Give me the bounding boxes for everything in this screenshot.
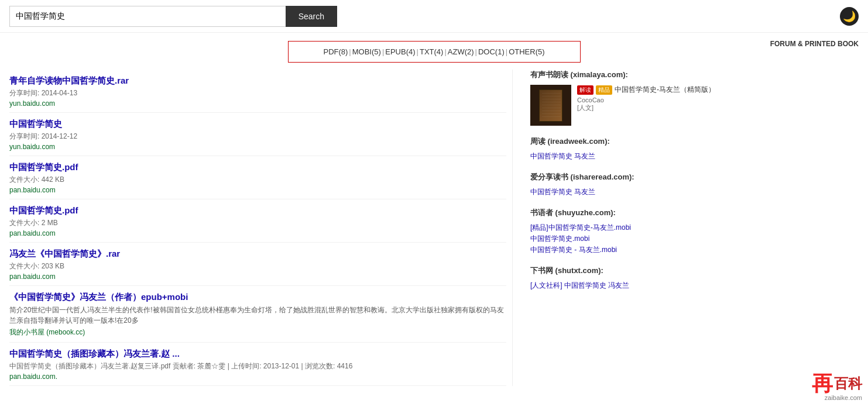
- sidebar-ishareread-section: 爱分享读书 (ishareread.com): 中国哲学简史 马友兰: [530, 172, 729, 197]
- result-title[interactable]: 中国哲学简史（插图珍藏本）冯友兰著.赵 ...: [9, 349, 506, 360]
- filter-mobi[interactable]: MOBI(5): [352, 47, 381, 56]
- ishareread-title: 爱分享读书 (ishareread.com):: [530, 172, 729, 182]
- watermark-url: zaibaike.com: [812, 394, 862, 401]
- result-item: 《中国哲学简史》冯友兰（作者）epub+mobi 简介20世纪中国一代哲人冯友兰…: [9, 286, 506, 343]
- ireadweek-item-0[interactable]: 中国哲学简史 马友兰: [530, 151, 729, 161]
- result-meta: 文件大小: 442 KB: [9, 175, 506, 185]
- night-mode-icon: 🌙: [843, 10, 856, 23]
- result-url[interactable]: pan.baidu.com: [9, 229, 506, 237]
- filter-bar: PDF(8) | MOBI(5) | EPUB(4) | TXT(4) | AZ…: [288, 41, 581, 63]
- shutxt-title: 下书网 (shutxt.com):: [530, 265, 729, 276]
- result-item: 中国哲学简史（插图珍藏本）冯友兰著.赵 ... 中国哲学简史（插图珍藏本）冯友兰…: [9, 343, 506, 386]
- results-column: 青年自学读物中国哲学简史.rar 分享时间: 2014-04-13 yun.ba…: [9, 70, 513, 386]
- search-input[interactable]: [9, 6, 286, 27]
- result-meta: 分享时间: 2014-12-12: [9, 132, 506, 142]
- audio-info: 解读精品中国哲学简史-马友兰（精简版） CocoCao [人文]: [577, 85, 715, 112]
- result-title[interactable]: 《中国哲学简史》冯友兰（作者）epub+mobi: [9, 292, 506, 303]
- result-meta: 文件大小: 2 MB: [9, 218, 506, 228]
- result-item: 青年自学读物中国哲学简史.rar 分享时间: 2014-04-13 yun.ba…: [9, 70, 506, 113]
- result-item: 中国哲学简史 分享时间: 2014-12-12 yun.baidu.com: [9, 113, 506, 156]
- ireadweek-title: 周读 (ireadweek.com):: [530, 136, 729, 147]
- search-button[interactable]: Search: [286, 6, 337, 27]
- audio-book-title: 解读精品中国哲学简史-马友兰（精简版）: [577, 85, 715, 95]
- sidebar-shuyuzhe-section: 书语者 (shuyuzhe.com): [精品]中国哲学简史-马友兰.mobi …: [530, 208, 729, 255]
- result-url[interactable]: pan.baidu.com: [9, 273, 506, 281]
- filter-txt[interactable]: TXT(4): [420, 47, 443, 56]
- sep-1: |: [348, 47, 352, 56]
- sep-2: |: [381, 47, 385, 56]
- sep-5: |: [474, 47, 478, 56]
- book-cover-image: [539, 89, 562, 122]
- sidebar-column: 有声书朗读 (ximalaya.com): 解读精品中国哲学简史-马友兰（精简版…: [524, 70, 729, 386]
- result-title[interactable]: 青年自学读物中国哲学简史.rar: [9, 75, 506, 87]
- audio-category: [人文]: [577, 104, 715, 112]
- result-item: 中国哲学简史.pdf 文件大小: 2 MB pan.baidu.com: [9, 199, 506, 243]
- shuyuzhe-item-1[interactable]: 中国哲学简史.mobi: [530, 234, 729, 244]
- sep-6: |: [505, 47, 509, 56]
- header-right: 🌙: [840, 7, 859, 26]
- search-bar: Search: [9, 6, 337, 27]
- filter-other[interactable]: OTHER(5): [509, 47, 544, 56]
- badge-jingpin: 精品: [596, 85, 612, 95]
- shuyuzhe-item-2[interactable]: 中国哲学简史 - 马友兰.mobi: [530, 245, 729, 255]
- result-title[interactable]: 中国哲学简史.pdf: [9, 205, 506, 216]
- result-url[interactable]: pan.baidu.com.: [9, 372, 506, 381]
- shuyuzhe-item-0[interactable]: [精品]中国哲学简史-马友兰.mobi: [530, 223, 729, 233]
- forum-link[interactable]: FORUM & PRINTED BOOK: [770, 40, 859, 48]
- result-title[interactable]: 中国哲学简史.pdf: [9, 162, 506, 173]
- ishareread-item-0[interactable]: 中国哲学简史 马友兰: [530, 187, 729, 197]
- result-meta: 分享时间: 2014-04-13: [9, 88, 506, 98]
- sidebar-shutxt-section: 下书网 (shutxt.com): [人文社科] 中国哲学简史 冯友兰: [530, 265, 729, 291]
- filter-azw[interactable]: AZW(2): [448, 47, 474, 56]
- header: Search 🌙: [0, 0, 868, 33]
- result-meta: 中国哲学简史（插图珍藏本）冯友兰著.赵复三译.pdf 贡献者: 茶麓☆雯 | 上…: [9, 361, 506, 371]
- badge-jiedu: 解读: [577, 85, 593, 95]
- audio-thumbnail[interactable]: [530, 85, 571, 126]
- filter-pdf[interactable]: PDF(8): [323, 47, 348, 56]
- sep-4: |: [443, 47, 447, 56]
- result-title[interactable]: 中国哲学简史: [9, 119, 506, 130]
- result-meta: 文件大小: 203 KB: [9, 261, 506, 271]
- main-layout: 青年自学读物中国哲学简史.rar 分享时间: 2014-04-13 yun.ba…: [0, 70, 868, 386]
- sep-3: |: [416, 47, 420, 56]
- result-item: 中国哲学简史.pdf 文件大小: 442 KB pan.baidu.com: [9, 156, 506, 199]
- audio-author: CocoCao: [577, 96, 715, 104]
- result-title[interactable]: 冯友兰《中国哲学简史》.rar: [9, 249, 506, 260]
- audio-card: 解读精品中国哲学简史-马友兰（精简版） CocoCao [人文]: [530, 85, 729, 126]
- result-url[interactable]: pan.baidu.com: [9, 186, 506, 194]
- result-desc: 简介20世纪中国一代哲人冯友兰半生的代表作!被韩国首位女总统朴槿惠奉为生命灯塔，…: [9, 305, 506, 326]
- night-mode-button[interactable]: 🌙: [840, 7, 859, 26]
- result-url[interactable]: yun.baidu.com: [9, 143, 506, 151]
- sidebar-audio-section: 有声书朗读 (ximalaya.com): 解读精品中国哲学简史-马友兰（精简版…: [530, 70, 729, 126]
- audio-section-title: 有声书朗读 (ximalaya.com):: [530, 70, 729, 80]
- filter-doc[interactable]: DOC(1): [478, 47, 505, 56]
- result-url[interactable]: yun.baidu.com: [9, 99, 506, 108]
- result-url[interactable]: 我的小书屋 (mebook.cc): [9, 327, 506, 337]
- sidebar-ireadweek-section: 周读 (ireadweek.com): 中国哲学简史 马友兰: [530, 136, 729, 161]
- result-item: 冯友兰《中国哲学简史》.rar 文件大小: 203 KB pan.baidu.c…: [9, 243, 506, 286]
- shutxt-item-0[interactable]: [人文社科] 中国哲学简史 冯友兰: [530, 281, 729, 291]
- filter-epub[interactable]: EPUB(4): [385, 47, 415, 56]
- shuyuzhe-title: 书语者 (shuyuzhe.com):: [530, 208, 729, 218]
